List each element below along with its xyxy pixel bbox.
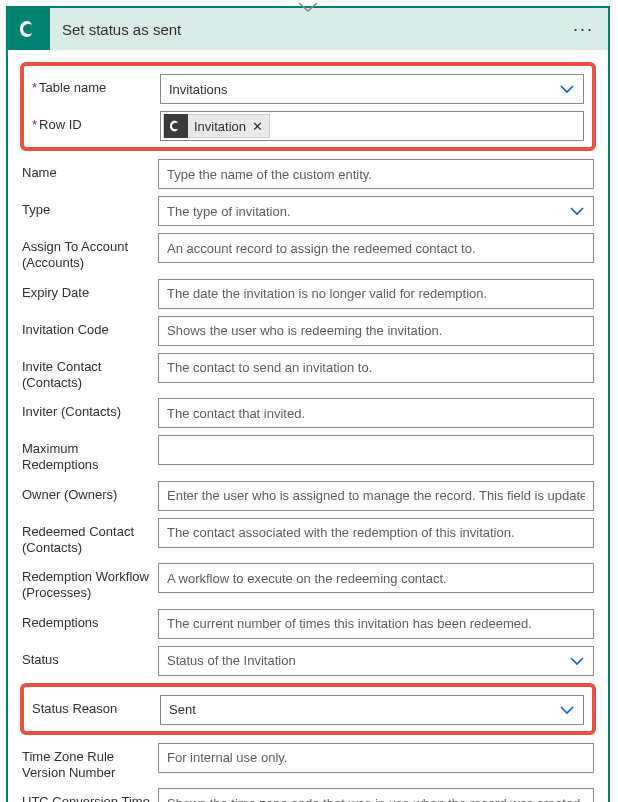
dataverse-swirl-icon <box>8 8 50 50</box>
required-fields-highlight: *Table name Invitations *Row ID <box>20 62 596 151</box>
label-inviter: Inviter (Contacts) <box>22 398 158 420</box>
label-status: Status <box>22 646 158 668</box>
label-name: Name <box>22 159 158 181</box>
chevron-down-icon <box>569 206 585 216</box>
label-owner: Owner (Owners) <box>22 481 158 503</box>
expiry-input[interactable]: The date the invitation is no longer val… <box>158 279 594 309</box>
name-input[interactable]: Type the name of the custom entity. <box>158 159 594 189</box>
card-title: Set status as sent <box>50 21 569 38</box>
inviter-input[interactable]: The contact that invited. <box>158 398 594 428</box>
owner-input[interactable]: Enter the user who is assigned to manage… <box>158 481 594 511</box>
flow-arrow-icon <box>296 0 320 17</box>
assign-account-input[interactable]: An account record to assign the redeemed… <box>158 233 594 263</box>
label-table-name: *Table name <box>32 74 160 96</box>
utc-conv-input[interactable]: Shows the time zone code that was in use… <box>158 788 594 802</box>
card-menu-button[interactable]: ··· <box>569 15 598 44</box>
action-card: Set status as sent ··· *Table name Invit… <box>6 6 610 802</box>
invitation-code-input[interactable]: Shows the user who is redeeming the invi… <box>158 316 594 346</box>
invite-contact-input[interactable]: The contact to send an invitation to. <box>158 353 594 383</box>
dynamic-content-token[interactable]: Invitation ✕ <box>163 114 270 138</box>
table-name-select[interactable]: Invitations <box>160 74 584 104</box>
status-reason-select[interactable]: Sent <box>160 695 584 725</box>
row-id-input[interactable]: Invitation ✕ <box>160 111 584 141</box>
token-remove-icon[interactable]: ✕ <box>252 119 263 134</box>
label-assign-account: Assign To Account (Accounts) <box>22 233 158 272</box>
label-redeemed-contact: Redeemed Contact (Contacts) <box>22 518 158 557</box>
tz-rule-input[interactable]: For internal use only. <box>158 743 594 773</box>
label-tz-rule: Time Zone Rule Version Number <box>22 743 158 782</box>
chevron-down-icon <box>559 84 575 94</box>
label-type: Type <box>22 196 158 218</box>
redeemed-contact-input[interactable]: The contact associated with the redempti… <box>158 518 594 548</box>
type-select[interactable]: The type of invitation. <box>158 196 594 226</box>
redemption-workflow-input[interactable]: A workflow to execute on the redeeming c… <box>158 563 594 593</box>
chevron-down-icon <box>559 705 575 715</box>
label-expiry: Expiry Date <box>22 279 158 301</box>
label-max-redemptions: Maximum Redemptions <box>22 435 158 474</box>
card-body: *Table name Invitations *Row ID <box>8 50 608 802</box>
status-reason-highlight: Status Reason Sent <box>20 683 596 735</box>
label-redemptions: Redemptions <box>22 609 158 631</box>
status-select[interactable]: Status of the Invitation <box>158 646 594 676</box>
label-invite-contact: Invite Contact (Contacts) <box>22 353 158 392</box>
redemptions-input[interactable]: The current number of times this invitat… <box>158 609 594 639</box>
label-redemption-workflow: Redemption Workflow (Processes) <box>22 563 158 602</box>
label-row-id: *Row ID <box>32 111 160 133</box>
label-invitation-code: Invitation Code <box>22 316 158 338</box>
label-status-reason: Status Reason <box>32 695 160 717</box>
chevron-down-icon <box>569 656 585 666</box>
label-utc-conv: UTC Conversion Time Zone Code <box>22 788 158 802</box>
max-redemptions-input[interactable] <box>158 435 594 465</box>
dataverse-swirl-icon <box>164 114 188 138</box>
